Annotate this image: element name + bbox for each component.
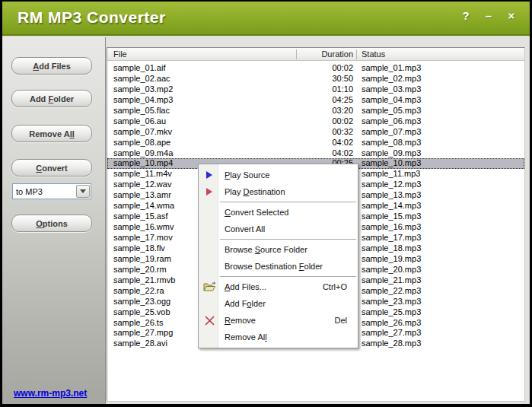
status-cell: sample_22.mp3 <box>356 286 508 297</box>
table-row[interactable]: sample_09.m4a04:02sample_09.mp3 <box>107 148 524 159</box>
play-source-icon <box>202 169 216 181</box>
status-cell: sample_17.mp3 <box>356 233 508 243</box>
website-link[interactable]: www.rm-mp3.net <box>14 388 87 399</box>
menu-item-shortcut: Del <box>334 316 347 325</box>
status-cell: sample_21.mp3 <box>356 275 508 286</box>
menu-item-label: Browse Destination Folder <box>225 262 323 271</box>
table-row[interactable]: sample_06.au00:02sample_06.mp3 <box>107 116 524 127</box>
status-cell: sample_09.mp3 <box>356 148 508 159</box>
status-cell: sample_14.mp3 <box>356 201 508 211</box>
file-cell: sample_04.mp3 <box>107 95 296 106</box>
menu-item[interactable]: RemoveDel <box>199 312 358 329</box>
file-cell: sample_05.flac <box>107 106 296 116</box>
file-cell: sample_03.mp2 <box>107 84 296 95</box>
app-window: RM MP3 Converter ? – × Add Files Add Fol… <box>0 0 532 407</box>
status-cell: sample_20.mp3 <box>356 265 508 275</box>
table-row[interactable]: sample_04.mp304:25sample_04.mp3 <box>107 95 524 106</box>
menu-item-icon-empty <box>202 331 216 343</box>
sidebar: Add Files Add Folder Remove All Convert … <box>2 37 106 404</box>
menu-item-icon-empty <box>202 260 216 272</box>
column-divider <box>296 49 297 59</box>
add-files-icon <box>202 281 216 293</box>
list-header: File Duration Status <box>107 48 524 61</box>
menu-item[interactable]: Play Source <box>199 167 358 183</box>
status-cell: sample_12.mp3 <box>356 180 508 190</box>
chevron-down-icon <box>80 189 86 193</box>
status-cell: sample_08.mp3 <box>356 138 508 148</box>
duration-cell: 01:10 <box>296 84 356 95</box>
table-row[interactable]: sample_08.ape04:02sample_08.mp3 <box>107 138 524 148</box>
status-cell: sample_26.mp3 <box>356 318 508 329</box>
remove-icon <box>202 314 216 326</box>
convert-button[interactable]: Convert <box>11 159 92 176</box>
menu-item[interactable]: Add Files...Ctrl+O <box>199 278 358 295</box>
window-frame: RM MP3 Converter ? – × Add Files Add Fol… <box>2 2 530 404</box>
menu-item-icon-empty <box>202 243 216 256</box>
combo-dropdown-button[interactable] <box>76 185 90 198</box>
table-row[interactable]: sample_07.mkv00:32sample_07.mp3 <box>107 127 524 138</box>
menu-item[interactable]: Add Folder <box>199 295 358 312</box>
status-cell: sample_16.mp3 <box>356 222 508 233</box>
context-menu: Play SourcePlay DestinationConvert Selec… <box>198 164 358 348</box>
menu-item-label: Play Destination <box>225 187 285 196</box>
title-bar: RM MP3 Converter ? – × <box>2 2 530 36</box>
status-cell: sample_23.mp3 <box>356 297 508 307</box>
status-cell: sample_13.mp3 <box>356 190 508 201</box>
duration-cell: 04:25 <box>296 95 356 106</box>
status-cell: sample_19.mp3 <box>356 254 508 265</box>
status-cell: sample_18.mp3 <box>356 243 508 254</box>
file-cell: sample_08.ape <box>107 138 296 148</box>
status-cell: sample_06.mp3 <box>356 116 508 127</box>
menu-item[interactable]: Convert All <box>199 221 358 237</box>
table-row[interactable]: sample_03.mp201:10sample_03.mp3 <box>107 84 524 95</box>
status-cell: sample_27.mp3 <box>356 328 508 339</box>
minimize-button[interactable]: – <box>483 9 495 22</box>
duration-cell: 00:02 <box>296 63 356 74</box>
menu-item[interactable]: Remove All <box>199 329 358 345</box>
menu-item[interactable]: Browse Source Folder <box>199 241 358 258</box>
menu-item[interactable]: Play Destination <box>199 183 358 200</box>
file-cell: sample_02.aac <box>107 74 296 84</box>
context-menu-items: Play SourcePlay DestinationConvert Selec… <box>199 167 358 345</box>
status-cell: sample_28.mp3 <box>356 339 508 349</box>
duration-cell: 00:32 <box>296 127 356 138</box>
table-row[interactable]: sample_05.flac03:20sample_05.mp3 <box>107 106 524 116</box>
duration-cell: 00:02 <box>296 116 356 127</box>
menu-item-shortcut: Ctrl+O <box>323 282 347 291</box>
table-row[interactable]: sample_01.aif00:02sample_01.mp3 <box>107 63 524 74</box>
status-cell: sample_25.mp3 <box>356 307 508 318</box>
play-destination-icon <box>202 186 216 198</box>
menu-item-label: Browse Source Folder <box>225 245 307 254</box>
column-header-file[interactable]: File <box>113 49 127 59</box>
help-button[interactable]: ? <box>460 9 472 22</box>
column-header-duration[interactable]: Duration <box>296 49 353 59</box>
duration-cell: 04:02 <box>296 148 356 159</box>
close-button[interactable]: × <box>505 9 518 22</box>
file-cell: sample_07.mkv <box>107 127 296 138</box>
status-cell: sample_04.mp3 <box>356 95 508 106</box>
menu-item-icon-empty <box>202 206 216 218</box>
menu-item-label: Play Source <box>225 170 269 180</box>
add-files-button[interactable]: Add Files <box>11 57 92 75</box>
menu-item[interactable]: Browse Destination Folder <box>199 258 358 275</box>
remove-all-button[interactable]: Remove All <box>11 125 92 142</box>
file-cell: sample_06.au <box>107 116 296 127</box>
duration-cell: 03:20 <box>296 106 356 116</box>
menu-item-label: Convert All <box>225 224 265 234</box>
status-cell: sample_07.mp3 <box>356 127 508 138</box>
menu-separator <box>220 202 356 202</box>
menu-item-label: Remove <box>225 316 256 325</box>
status-cell: sample_02.mp3 <box>356 74 508 84</box>
file-cell: sample_09.m4a <box>107 148 296 159</box>
status-cell: sample_15.mp3 <box>356 211 508 222</box>
output-format-select[interactable]: to MP3 <box>12 183 91 199</box>
column-header-status[interactable]: Status <box>362 49 385 59</box>
status-cell: sample_05.mp3 <box>356 106 508 116</box>
table-row[interactable]: sample_02.aac30:50sample_02.mp3 <box>107 74 524 84</box>
menu-item[interactable]: Convert Selected <box>199 204 358 221</box>
options-button[interactable]: Options <box>11 215 92 232</box>
status-cell: sample_03.mp3 <box>356 84 508 95</box>
add-folder-button[interactable]: Add Folder <box>11 90 92 107</box>
menu-item-label: Add Folder <box>225 299 266 308</box>
menu-item-icon-empty <box>202 223 216 235</box>
